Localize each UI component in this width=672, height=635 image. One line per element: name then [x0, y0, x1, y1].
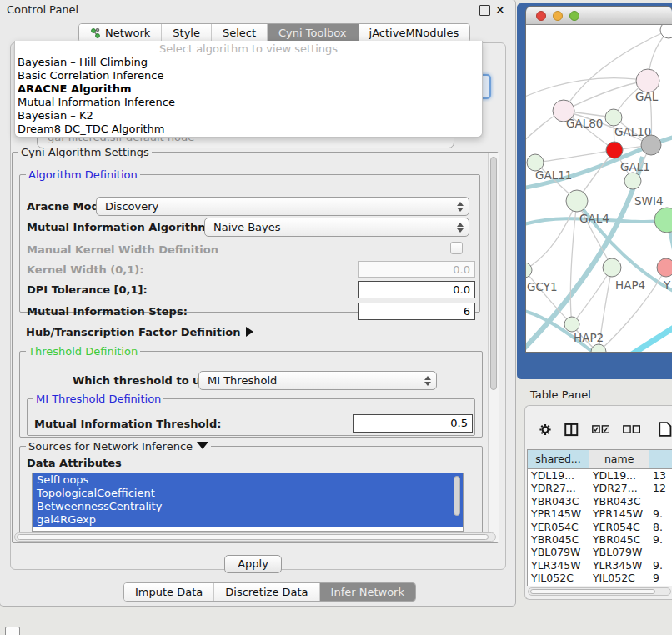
tab-cyni-toolbox[interactable]: Cyni Toolbox [268, 24, 359, 42]
combo-spinner-icon [421, 376, 436, 386]
algorithm-option-basic-correlation-inference[interactable]: Basic Correlation Inference [15, 69, 482, 82]
table-row[interactable]: YBR045CYBR045C9. [528, 533, 672, 546]
tab-discretize-data[interactable]: Discretize Data [214, 583, 319, 601]
table-row[interactable]: YLR345WYLR345W9. [528, 559, 672, 572]
settings-horizontal-scrollbar[interactable] [14, 532, 496, 542]
kernel-width-input[interactable]: 0.0 [358, 261, 475, 278]
tab-style[interactable]: Style [162, 24, 212, 42]
network-desktop-background: GALGAL80GAL10GAL1GAL11SWI4GAL4GCY1HAP4YH… [517, 3, 672, 379]
export-table-icon[interactable] [659, 420, 672, 438]
select-all-checkboxes-icon[interactable] [592, 424, 609, 434]
manual-kernel-label: Manual Kernel Width Definition [27, 243, 218, 256]
screen: Control Panel ✕ NetworkStyleSelectCyni T… [0, 0, 672, 635]
mi-threshold-label: Mutual Information Threshold: [34, 418, 221, 430]
apply-button[interactable]: Apply [224, 555, 282, 573]
table-horizontal-scrollbar[interactable] [528, 588, 671, 596]
mi-steps-label: Mutual Information Steps: [27, 305, 188, 318]
dpi-tolerance-label: DPI Tolerance [0,1]: [27, 283, 148, 296]
table-row[interactable]: YDL19...YDL19...13 [528, 469, 672, 482]
zoom-traffic-light-icon[interactable] [569, 11, 579, 21]
settings-horizontal-scrollbar-thumb[interactable] [17, 534, 489, 540]
settings-vertical-scrollbar-thumb[interactable] [490, 157, 497, 390]
node-label-gal: GAL [635, 90, 659, 103]
network-node-gal[interactable] [636, 69, 659, 92]
which-threshold-combo[interactable]: MI Threshold [198, 371, 437, 390]
tab-network[interactable]: Network [79, 24, 162, 42]
float-window-icon[interactable] [479, 5, 490, 16]
algorithm-option-dream8-dc-tdc-algorithm[interactable]: Dream8 DC_TDC Algorithm [15, 122, 482, 136]
network-node[interactable] [591, 344, 606, 352]
network-node[interactable] [654, 208, 672, 232]
table-row[interactable]: YBR043CYBR043C [528, 495, 672, 508]
network-window-titlebar[interactable] [526, 7, 672, 25]
collapsed-arrow-icon[interactable] [246, 327, 253, 337]
attribute-item-betweennesscentrality[interactable]: BetweennessCentrality [33, 500, 463, 513]
minimize-traffic-light-icon[interactable] [553, 11, 563, 21]
table-row[interactable]: YDR27...YDR27...12 [528, 482, 672, 494]
hub-definition-toggle[interactable]: Hub/Transcription Factor Definition [26, 326, 253, 338]
column-header-shared[interactable]: shared... [528, 450, 589, 469]
network-node-gcy1[interactable] [526, 262, 532, 278]
network-node-hap2[interactable] [564, 317, 579, 332]
algorithm-option-mutual-information-inference[interactable]: Mutual Information Inference [15, 96, 482, 109]
aracne-mode-combo[interactable]: Discovery [96, 197, 469, 216]
table-row[interactable]: YBL079WYBL079W [528, 546, 672, 558]
attribute-item-gal4rgexp[interactable]: gal4RGexp [33, 513, 463, 527]
tab-impute-data[interactable]: Impute Data [124, 583, 214, 601]
tab-jactivemnodules[interactable]: jActiveMNodules [359, 24, 470, 42]
combo-spinner-icon [454, 202, 469, 212]
data-attributes-list[interactable]: SelfLoopsTopologicalCoefficientBetweenne… [32, 472, 464, 532]
threshold-definition-group: Threshold Definition Which threshold to … [19, 351, 483, 438]
table-row[interactable]: YPR145WYPR145W9. [528, 508, 672, 520]
table-body: YDL19...YDL19...13YDR27...YDR27...12YBR0… [528, 469, 672, 585]
column-header-extra[interactable] [649, 450, 672, 469]
attribute-item-topologicalcoefficient[interactable]: TopologicalCoefficient [33, 487, 463, 500]
network-node-y[interactable] [657, 258, 672, 277]
network-node[interactable] [660, 25, 672, 38]
network-edge [526, 270, 572, 324]
tab-infer-network[interactable]: Infer Network [320, 583, 415, 601]
close-traffic-light-icon[interactable] [536, 11, 546, 21]
node-label-gal1: GAL1 [620, 160, 650, 173]
table-toolbar [525, 414, 672, 444]
network-node-gal1[interactable] [606, 142, 623, 158]
expanded-arrow-icon[interactable] [197, 442, 208, 449]
node-label-gcy1: GCY1 [527, 280, 558, 293]
cyni-bottom-tabbar: Impute DataDiscretize DataInfer Network [123, 582, 416, 602]
close-icon[interactable]: ✕ [495, 5, 506, 16]
network-canvas[interactable]: GALGAL80GAL10GAL1GAL11SWI4GAL4GCY1HAP4YH… [526, 25, 672, 352]
show-columns-icon[interactable] [564, 422, 579, 438]
table-horizontal-scrollbar-thumb[interactable] [530, 589, 655, 594]
node-table: shared...name YDL19...YDL19...13YDR27...… [527, 449, 672, 586]
gear-icon[interactable] [539, 422, 551, 437]
network-node-gal4[interactable] [566, 190, 588, 212]
mi-threshold-input[interactable]: 0.5 [353, 414, 473, 432]
sources-group-title: Sources for Network Inference [26, 440, 211, 452]
network-window[interactable]: GALGAL80GAL10GAL1GAL11SWI4GAL4GCY1HAP4YH… [526, 7, 672, 352]
network-node-swi4[interactable] [624, 172, 641, 189]
network-node-gal10[interactable] [605, 109, 622, 126]
mi-steps-input[interactable]: 6 [358, 302, 475, 320]
column-header-name[interactable]: name [589, 450, 649, 469]
algorithm-option-bayesian-k2[interactable]: Bayesian – K2 [15, 109, 482, 122]
tab-select[interactable]: Select [212, 24, 268, 42]
minimized-panel-icon[interactable] [5, 627, 20, 635]
network-node-hap4[interactable] [603, 258, 621, 277]
algorithm-dropdown-popup: Select algorithm to view settings Bayesi… [14, 41, 483, 138]
network-tab-icon [90, 28, 101, 39]
table-row[interactable]: YER054CYER054C8. [528, 521, 672, 533]
algorithm-option-aracne-algorithm[interactable]: ARACNE Algorithm [15, 82, 482, 96]
manual-kernel-checkbox[interactable] [450, 242, 463, 254]
attributes-scrollbar-thumb[interactable] [454, 476, 460, 516]
dpi-tolerance-input[interactable]: 0.0 [358, 281, 475, 298]
settings-vertical-scrollbar[interactable] [488, 153, 499, 542]
deselect-all-checkboxes-icon[interactable] [623, 424, 640, 434]
network-graph: GALGAL80GAL10GAL1GAL11SWI4GAL4GCY1HAP4YH… [526, 25, 672, 352]
node-label-gal80: GAL80 [566, 117, 603, 130]
mi-type-combo[interactable]: Naive Bayes [204, 218, 469, 237]
network-edge [577, 201, 612, 268]
algorithm-definition-title: Algorithm Definition [26, 168, 140, 181]
table-row[interactable]: YIL052CYIL052C9 [528, 572, 672, 584]
algorithm-option-bayesian-hill-climbing[interactable]: Bayesian – Hill Climbing [15, 56, 482, 69]
attribute-item-selfloops[interactable]: SelfLoops [33, 473, 463, 487]
